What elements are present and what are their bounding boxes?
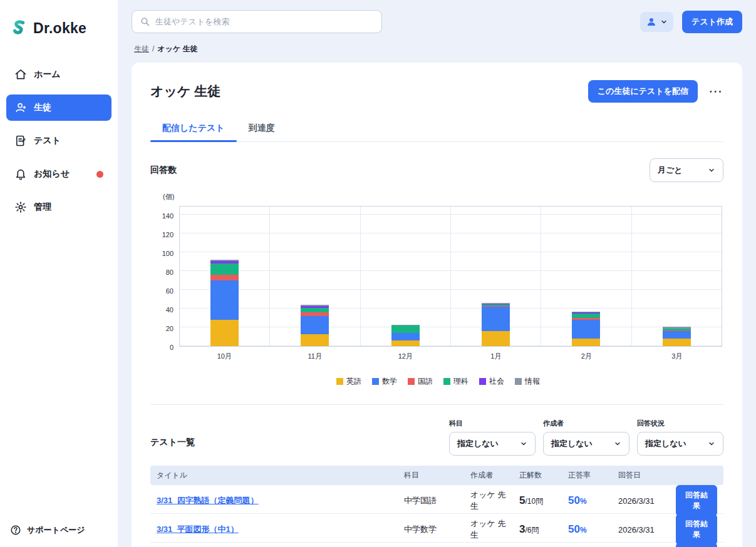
search-icon	[140, 16, 150, 27]
test-title-cell: 3/31_四字熟語（定義問題）	[150, 495, 398, 506]
answers-section-title: 回答数	[150, 165, 177, 176]
stacked-bar	[301, 305, 329, 346]
creator-cell: オッケ 先生	[464, 518, 513, 541]
result-button-cell: 回答結果	[670, 485, 723, 516]
chart-legend: 英語数学国語理科社会情報	[154, 376, 722, 387]
section-divider	[150, 404, 723, 405]
sidebar-item-notifications[interactable]: お知らせ	[6, 161, 111, 187]
stacked-bar	[663, 327, 691, 347]
bar-segment	[572, 320, 600, 339]
legend-label: 理科	[453, 376, 469, 387]
topbar-actions: テスト作成	[640, 11, 742, 33]
sidebar-item-tests[interactable]: テスト	[6, 128, 111, 154]
breadcrumb-students-link[interactable]: 生徒	[134, 44, 149, 53]
test-list-header: テスト一覧 科目 指定しない 作成者 指	[150, 419, 723, 456]
answer-result-button[interactable]: 回答結果	[676, 514, 717, 545]
tab-delivered-tests[interactable]: 配信したテスト	[150, 116, 237, 141]
app-root: Dr.okke ホーム 生徒 テスト	[0, 0, 756, 547]
breadcrumb-separator: /	[152, 44, 154, 53]
bell-icon	[14, 168, 27, 180]
bar-segment	[210, 275, 239, 280]
sidebar-item-home[interactable]: ホーム	[6, 61, 111, 88]
stacked-bar	[391, 325, 420, 347]
test-title-link[interactable]: 3/31_四字熟語（定義問題）	[157, 496, 259, 505]
column-header: タイトル	[150, 470, 398, 481]
subject-filter-select[interactable]: 指定しない	[449, 432, 536, 456]
answer-date-cell: 2026/3/31	[612, 496, 670, 506]
chevron-down-icon	[520, 440, 527, 447]
chart-x-axis: 10月11月12月1月2月3月	[179, 347, 722, 361]
chevron-down-icon	[708, 166, 715, 174]
create-test-button[interactable]: テスト作成	[682, 11, 742, 33]
test-list-title: テスト一覧	[150, 437, 195, 448]
chart-plot	[179, 206, 722, 347]
legend-swatch	[408, 378, 415, 385]
search-input[interactable]	[155, 17, 374, 26]
filter-subject: 科目 指定しない	[449, 419, 536, 456]
bar-segment	[210, 263, 239, 275]
answer-status-filter-select[interactable]: 指定しない	[637, 432, 723, 456]
bar-segment	[301, 316, 329, 334]
test-list-filters: 科目 指定しない 作成者 指定しない	[449, 419, 723, 456]
test-title-link[interactable]: 3/31_平面図形（中1）	[157, 524, 239, 534]
subject-cell: 中学国語	[398, 495, 464, 506]
y-tick-label: 80	[166, 268, 173, 276]
legend-swatch	[479, 378, 486, 385]
legend-item: 英語	[336, 376, 361, 387]
user-icon	[646, 16, 657, 28]
answer-result-button[interactable]: 回答結果	[676, 485, 717, 516]
sidebar-item-admin[interactable]: 管理	[6, 194, 111, 220]
rate-cell: 50%	[562, 494, 612, 507]
user-menu-button[interactable]	[640, 12, 673, 32]
filter-value: 指定しない	[457, 438, 499, 449]
bar-segment	[301, 308, 329, 313]
filter-label: 回答状況	[637, 419, 723, 428]
legend-item: 数学	[372, 376, 397, 387]
legend-item: 社会	[479, 376, 504, 387]
filter-label: 作成者	[543, 419, 629, 428]
tab-achievement[interactable]: 到達度	[237, 116, 287, 141]
chart-column	[541, 207, 631, 346]
student-card: オッケ 生徒 この生徒にテストを配信 ⋯ 配信したテスト 到達度 回答数 月ごと	[132, 63, 742, 547]
answers-section-header: 回答数 月ごと	[150, 158, 723, 182]
result-button-cell: 回答結果	[670, 543, 723, 547]
period-select[interactable]: 月ごと	[650, 158, 723, 182]
chart-y-axis: 020406080100120140	[154, 206, 179, 347]
x-tick-label: 10月	[179, 347, 270, 361]
column-header: 正答率	[562, 470, 612, 481]
chart-column	[361, 207, 451, 346]
table-row: 3/31_四字熟語（定義問題）中学国語オッケ 先生5/10問50%2026/3/…	[150, 485, 723, 514]
x-tick-label: 1月	[451, 347, 542, 361]
sidebar-item-label: 生徒	[34, 102, 51, 113]
sidebar: Dr.okke ホーム 生徒 テスト	[0, 0, 118, 547]
support-page-link[interactable]: サポートページ	[0, 524, 118, 536]
x-tick-label: 2月	[541, 347, 632, 361]
sidebar-item-students[interactable]: 生徒	[6, 95, 111, 121]
table-row: 3/31_平面図形（中1）中学数学オッケ 先生3/6問50%2026/3/31回…	[150, 514, 723, 543]
legend-swatch	[515, 378, 522, 385]
correct-count-cell: 3/6問	[513, 523, 562, 536]
bar-segment	[391, 333, 420, 340]
legend-swatch	[336, 378, 343, 385]
bar-segment	[210, 280, 239, 320]
more-options-button[interactable]: ⋯	[707, 83, 723, 100]
chart-column	[451, 207, 541, 346]
y-tick-label: 40	[166, 306, 173, 314]
column-header: 回答日	[612, 470, 670, 481]
app-logo[interactable]: Dr.okke	[0, 19, 118, 61]
answer-result-button[interactable]: 回答結果	[676, 543, 717, 547]
creator-cell: オッケ 先生	[464, 489, 513, 512]
students-icon	[14, 101, 27, 114]
bar-segment	[663, 331, 691, 339]
result-button-cell: 回答結果	[670, 514, 723, 545]
legend-label: 数学	[382, 376, 397, 387]
rate-cell: 50%	[562, 523, 612, 536]
sidebar-item-label: テスト	[34, 135, 61, 146]
deliver-test-button[interactable]: この生徒にテストを配信	[588, 80, 698, 103]
period-select-value: 月ごと	[658, 165, 683, 176]
filter-value: 指定しない	[551, 438, 593, 449]
chevron-down-icon	[660, 18, 668, 26]
y-tick-label: 60	[166, 287, 173, 295]
table-row: 3/31_代名詞中学英文法オッケ 先生3/4問75%2026/3/31回答結果	[150, 543, 723, 547]
creator-filter-select[interactable]: 指定しない	[543, 432, 629, 456]
